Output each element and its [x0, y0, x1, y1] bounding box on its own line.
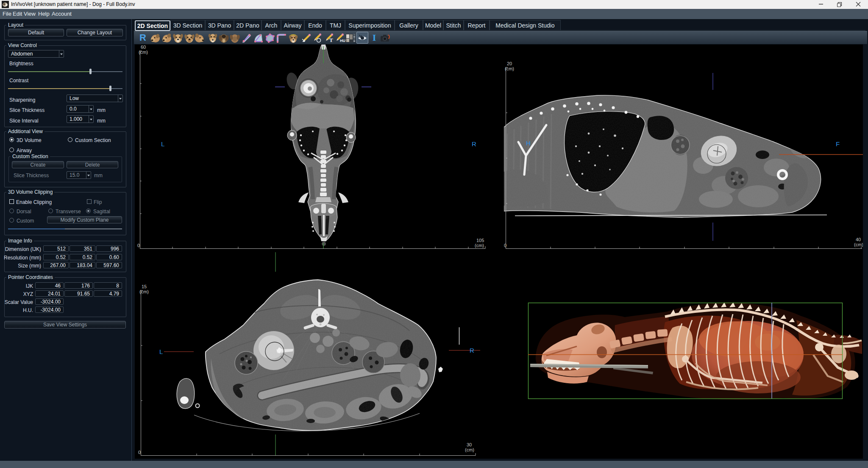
svg-text:15: 15: [142, 284, 147, 289]
svg-text:H: H: [526, 139, 531, 147]
svg-text:105: 105: [476, 238, 484, 243]
svg-text:(cm): (cm): [505, 66, 514, 71]
svg-text:HU: HU: [340, 39, 345, 43]
svg-text:60: 60: [141, 45, 146, 50]
svg-text:(cm): (cm): [854, 242, 863, 247]
svg-text:30: 30: [467, 442, 472, 447]
svg-text:L: L: [161, 140, 164, 148]
svg-text:(cm): (cm): [465, 447, 474, 452]
svg-text:(cm): (cm): [139, 50, 148, 55]
svg-text:(cm): (cm): [475, 243, 484, 248]
svg-text:R: R: [472, 140, 476, 148]
svg-text:20: 20: [507, 61, 512, 66]
svg-text:T: T: [329, 37, 333, 43]
svg-text:R: R: [470, 347, 474, 354]
svg-text:(cm): (cm): [139, 289, 149, 294]
svg-text:0: 0: [137, 243, 140, 248]
svg-text:F: F: [836, 140, 840, 148]
svg-text:40: 40: [856, 237, 861, 242]
svg-text:L: L: [159, 348, 163, 355]
svg-text:0: 0: [138, 450, 141, 455]
svg-text:0: 0: [504, 243, 506, 248]
